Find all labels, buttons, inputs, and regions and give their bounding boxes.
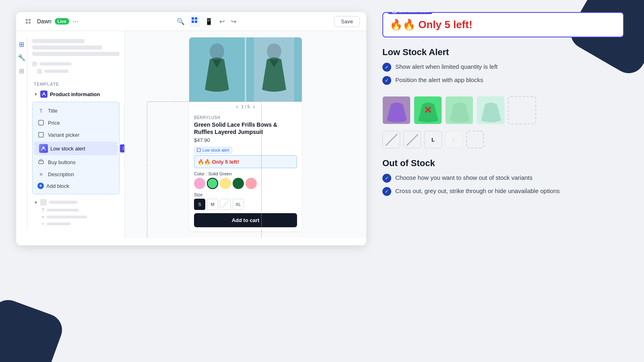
feature-text-2: Position the alert with app blocks — [395, 76, 483, 84]
product-price: $47.90 — [194, 137, 297, 143]
nav-icon-sections[interactable]: ⊞ — [19, 41, 24, 48]
oos-preview: L L — [382, 96, 624, 148]
check-icon-2: ✓ — [382, 76, 391, 85]
add-block-row[interactable]: + Add block — [33, 180, 119, 191]
toolbar-right: Save — [334, 16, 360, 27]
svg-rect-17 — [197, 148, 200, 152]
variant-block-icon — [37, 131, 45, 138]
alert-preview-content: 🔥🔥 Only 5 left! — [390, 19, 617, 31]
sidebar-panel: ⊞ 🔧 ⊞ — [16, 31, 125, 238]
block-item-variant[interactable]: Variant picker — [33, 129, 119, 141]
block-item-buy[interactable]: Buy buttons — [33, 156, 119, 168]
oos-feature-item-2: ✓ Cross out, grey out, strike through or… — [382, 187, 624, 196]
product-brand: BERRYLUSH — [194, 115, 297, 120]
block-item-title[interactable]: T Title — [33, 105, 119, 117]
block-item-description[interactable]: ≡ Description — [33, 168, 119, 180]
swatch-rose[interactable] — [246, 178, 257, 189]
oos-size-row: L L — [382, 131, 624, 148]
undo-button[interactable]: ↩ — [218, 16, 226, 27]
alert-preview-container: Low stock alert 🔥🔥 Only 5 left! — [382, 12, 624, 37]
nav-icon-blocks[interactable]: ⊞ — [19, 67, 24, 75]
nav-icon-apps[interactable]: 🔧 — [18, 54, 26, 62]
toolbar-center: 🔍 📱 ↩ ↪ — [82, 15, 331, 27]
mobile-view-button[interactable]: 📱 — [203, 16, 215, 27]
price-block-icon — [37, 119, 45, 126]
block-label-description: Description — [48, 171, 74, 177]
back-button[interactable] — [23, 16, 34, 27]
save-button[interactable]: Save — [334, 16, 360, 27]
live-badge: Live — [55, 18, 69, 25]
svg-rect-18 — [392, 12, 396, 13]
size-s[interactable]: S — [194, 199, 205, 210]
grid-view-button[interactable] — [190, 15, 200, 27]
block-label-title: Title — [48, 108, 58, 114]
feature-item-1: ✓ Show alert when limited quantity is le… — [382, 62, 624, 72]
desc-block-icon: ≡ — [37, 171, 45, 178]
size-label: Size — [194, 192, 297, 197]
svg-point-14 — [210, 43, 224, 60]
add-to-cart-button[interactable]: Add to cart — [194, 213, 297, 227]
drag-handle[interactable]: ⠿ — [120, 144, 125, 152]
more-button[interactable]: ··· — [72, 17, 78, 26]
product-image-2 — [246, 37, 302, 102]
svg-rect-10 — [39, 132, 43, 137]
block-item-price[interactable]: Price — [33, 117, 119, 129]
template-label: TEMPLATE — [27, 80, 124, 88]
toolbar-left: Dawn Live ··· — [23, 16, 78, 27]
feature-text-1: Show alert when limited quantity is left — [395, 62, 497, 71]
oos-check-icon-1: ✓ — [382, 174, 391, 183]
oos-size-empty — [466, 131, 484, 148]
right-panel: Low stock alert 🔥🔥 Only 5 left! Low Stoc… — [378, 12, 628, 207]
alert-badge-text: Low stock alert — [202, 148, 229, 152]
main-container: Dawn Live ··· 🔍 📱 ↩ ↪ — [0, 0, 644, 362]
expand-arrow: ▼ — [34, 92, 38, 97]
svg-rect-5 — [195, 17, 197, 20]
theme-name: Dawn — [37, 18, 52, 25]
add-block-btn[interactable]: + — [37, 183, 44, 189]
oos-thumb-4 — [477, 96, 505, 124]
oos-size-plus — [403, 131, 421, 148]
swatch-green[interactable] — [207, 178, 218, 189]
title-block-icon: T — [37, 107, 45, 114]
oos-thumb-3 — [445, 96, 473, 124]
carousel-nav[interactable]: ‹ 1 / 5 › — [189, 102, 302, 111]
product-alert-box: 🔥🔥 Only 5 left! — [194, 155, 297, 168]
svg-rect-6 — [192, 21, 194, 23]
size-xl[interactable]: XL — [233, 199, 244, 210]
svg-rect-7 — [195, 21, 197, 23]
swatch-yellow[interactable] — [220, 178, 231, 189]
editor-body: ⊞ 🔧 ⊞ — [16, 31, 366, 238]
product-details: BERRYLUSH Green Solid Lace Frills Bows &… — [189, 111, 302, 231]
size-strikethrough[interactable]: ⟋ — [220, 199, 231, 210]
block-item-low-stock[interactable]: Low stock alert ⠿ — [34, 142, 118, 155]
svg-rect-0 — [26, 19, 28, 21]
low-stock-block-label: Low stock alert — [50, 146, 113, 152]
product-info-row[interactable]: ▼ Product information — [27, 88, 124, 100]
carousel-prev[interactable]: ‹ — [236, 103, 238, 110]
swatch-pink[interactable] — [194, 178, 205, 189]
oos-size-strike — [382, 131, 400, 148]
oos-thumb-2 — [414, 96, 442, 124]
preview-area: ‹ 1 / 5 › BERRYLUSH Green Solid Lace Fri… — [125, 31, 366, 238]
svg-rect-1 — [29, 19, 31, 21]
low-stock-section: Low Stock Alert ✓ Show alert when limite… — [382, 47, 624, 85]
oos-thumb-1 — [382, 96, 411, 124]
svg-rect-3 — [29, 22, 31, 24]
oos-feature-text-1: Choose how you want to show out of stock… — [395, 173, 533, 182]
size-options: S M ⟋ XL — [194, 199, 297, 210]
swatch-dark-green[interactable] — [233, 178, 244, 189]
product-title: Green Solid Lace Frills Bows & Ruffles L… — [194, 121, 297, 136]
redo-button[interactable]: ↪ — [229, 16, 238, 27]
carousel-count: 1 / 5 — [241, 104, 250, 109]
buy-block-icon — [37, 158, 45, 166]
carousel-next[interactable]: › — [253, 103, 255, 110]
size-m[interactable]: M — [207, 199, 218, 210]
sidebar-bottom-section: ▼ T ≡ — [27, 196, 124, 229]
low-stock-block-icon — [39, 144, 48, 153]
search-button[interactable]: 🔍 — [175, 16, 186, 27]
svg-line-23 — [386, 134, 397, 146]
product-images-row — [189, 37, 302, 102]
oos-thumb-5 — [508, 96, 536, 124]
editor-window: Dawn Live ··· 🔍 📱 ↩ ↪ — [16, 12, 366, 245]
oos-section: Out of Stock ✓ Choose how you want to sh… — [382, 158, 624, 196]
